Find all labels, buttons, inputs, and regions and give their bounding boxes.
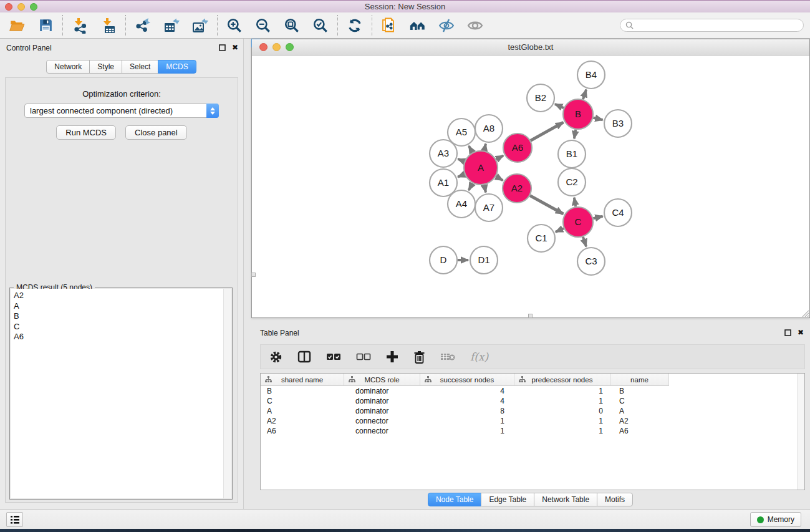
export-network-icon: [135, 17, 151, 34]
hierarchy-icon: [425, 376, 432, 383]
export-image-button[interactable]: [192, 17, 208, 34]
table-row[interactable]: Adominator80A: [261, 406, 804, 416]
first-neighbors-button[interactable]: [410, 17, 426, 34]
graph-edge-B-B2[interactable]: [555, 104, 564, 108]
table-row[interactable]: Cdominator41C: [261, 396, 804, 406]
search-input[interactable]: [637, 21, 798, 30]
tab-network-table[interactable]: Network Table: [534, 493, 597, 506]
select-all-button[interactable]: [326, 352, 341, 361]
result-item[interactable]: A6: [11, 332, 231, 342]
table-cell: A2: [261, 417, 344, 425]
tab-edge-table[interactable]: Edge Table: [481, 493, 534, 506]
import-table-button[interactable]: [100, 17, 117, 34]
open-file-button[interactable]: [9, 17, 25, 34]
table-cell: connector: [344, 417, 420, 425]
table-toolbar: f(x): [260, 344, 805, 369]
select-all-icon: [326, 352, 341, 361]
split-view-button[interactable]: [297, 351, 311, 363]
show-all-button[interactable]: [467, 17, 483, 34]
close-panel-button[interactable]: Close panel: [125, 125, 187, 140]
hide-selected-button[interactable]: [438, 17, 455, 34]
import-network-button[interactable]: [72, 17, 88, 34]
zoom-in-button[interactable]: [226, 17, 243, 34]
table-row[interactable]: Bdominator41B: [261, 386, 804, 396]
column-header-name[interactable]: name: [610, 374, 669, 386]
graph-edge-B-B1[interactable]: [574, 130, 576, 139]
export-network-button[interactable]: [135, 17, 151, 34]
zoom-selected-button[interactable]: [312, 17, 329, 34]
zoom-fit-button[interactable]: [284, 17, 300, 34]
list-toggle-button[interactable]: [6, 512, 23, 527]
graph-edge-A-A6[interactable]: [496, 155, 504, 159]
network-window-titlebar[interactable]: testGlobe.txt: [252, 39, 809, 56]
close-panel-icon[interactable]: ✖: [232, 44, 238, 51]
save-session-button[interactable]: [37, 17, 54, 34]
graph-edge-A-A2[interactable]: [496, 177, 503, 180]
tab-network[interactable]: Network: [46, 60, 90, 74]
column-header-MCDS-role[interactable]: MCDS role: [344, 374, 420, 386]
mcds-result-list[interactable]: A2ABCA6: [11, 289, 231, 498]
table-cell: A: [261, 407, 344, 415]
network-canvas[interactable]: B4B2BB3A8A5A6A3B1AA1C2A2A4A7C4CC1C3DD1: [252, 56, 809, 317]
result-item[interactable]: C: [11, 322, 231, 332]
zoom-out-button[interactable]: [255, 17, 271, 34]
resize-grip[interactable]: [800, 308, 809, 317]
graph-edge-A-A8[interactable]: [485, 143, 486, 150]
graph-edge-B-B3[interactable]: [593, 118, 602, 120]
refresh-view-button[interactable]: [347, 17, 363, 34]
close-table-panel-icon[interactable]: ✖: [798, 329, 804, 336]
column-header-shared-name[interactable]: shared name: [261, 374, 344, 386]
result-scrollbar[interactable]: [223, 289, 231, 498]
result-item[interactable]: B: [11, 311, 231, 322]
graph-edge-A-A4[interactable]: [469, 183, 473, 190]
column-header-successor-nodes[interactable]: successor nodes: [420, 374, 514, 386]
graph-edge-C-C3[interactable]: [583, 237, 586, 247]
graph-edge-A-A5[interactable]: [469, 146, 473, 152]
search-box[interactable]: [620, 19, 804, 32]
save-icon: [38, 17, 54, 33]
graph-edge-B-B4[interactable]: [583, 90, 586, 100]
deselect-all-button[interactable]: [356, 352, 371, 361]
tab-select[interactable]: Select: [122, 60, 158, 74]
run-mcds-button[interactable]: Run MCDS: [56, 125, 116, 140]
float-panel-icon[interactable]: [219, 44, 226, 51]
float-table-panel-icon[interactable]: [784, 329, 791, 336]
tab-mcds[interactable]: MCDS: [158, 60, 196, 74]
table-cell: 1: [420, 427, 514, 435]
result-item[interactable]: A2: [11, 291, 231, 301]
graph-edge-A-A1[interactable]: [458, 174, 465, 177]
graph-edge-A6-B[interactable]: [531, 122, 563, 140]
graph-edge-A2-C[interactable]: [530, 196, 563, 214]
column-settings-button[interactable]: [269, 351, 282, 364]
memory-button[interactable]: Memory: [750, 512, 801, 527]
table-row[interactable]: A2connector11A2: [261, 416, 804, 426]
graph-edge-A-A7[interactable]: [485, 185, 486, 192]
columns-icon: [297, 351, 311, 363]
column-header-predecessor-nodes[interactable]: predecessor nodes: [514, 374, 610, 386]
table-header-row: shared nameMCDS rolesuccessor nodesprede…: [261, 374, 804, 386]
resize-handle-left[interactable]: [251, 273, 256, 277]
tab-node-table[interactable]: Node Table: [428, 493, 482, 506]
add-button[interactable]: [386, 351, 398, 363]
function-builder-button[interactable]: f(x): [470, 351, 488, 363]
window-titlebar: Session: New Session: [0, 0, 810, 12]
table-scrollbar[interactable]: [797, 374, 804, 490]
graph-edge-A-A3[interactable]: [458, 159, 465, 162]
table-cell: connector: [344, 427, 420, 435]
new-network-from-selection-button[interactable]: [381, 17, 397, 34]
graph-edge-C-C4[interactable]: [593, 216, 602, 219]
export-table-button[interactable]: [163, 17, 180, 34]
refresh-icon: [347, 17, 363, 34]
optimization-criterion-select[interactable]: largest connected component (directed): [24, 104, 219, 118]
graph-edge-C-C1[interactable]: [556, 228, 564, 232]
table-cell: C: [261, 397, 344, 405]
plus-icon: [386, 351, 398, 363]
resize-handle-bottom[interactable]: [528, 314, 533, 318]
tab-style[interactable]: Style: [89, 60, 122, 74]
result-item[interactable]: A: [11, 301, 231, 312]
delete-table-button[interactable]: [440, 352, 455, 362]
table-row[interactable]: A6connector11A6: [261, 426, 804, 436]
delete-button[interactable]: [413, 351, 425, 364]
graph-edge-C-C2[interactable]: [574, 198, 576, 207]
tab-motifs[interactable]: Motifs: [597, 493, 633, 506]
